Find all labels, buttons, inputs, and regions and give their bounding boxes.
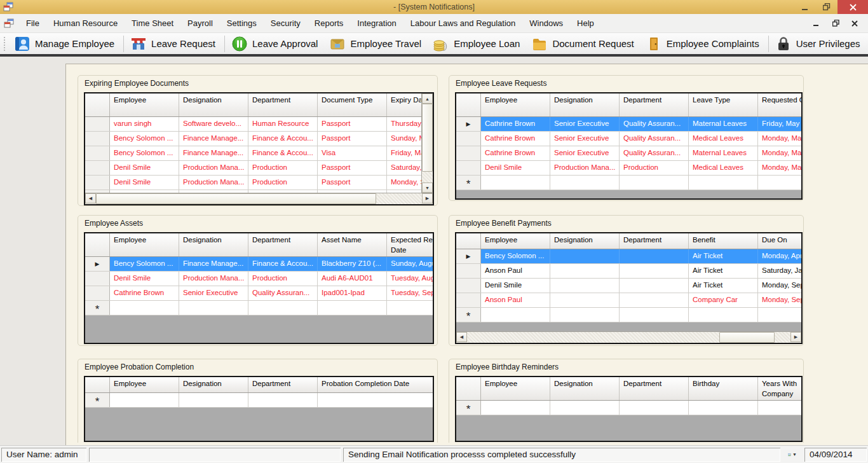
menu-item-labour-laws-and-regulation[interactable]: Labour Laws and Regulation [403, 15, 523, 31]
mdi-minimize-button[interactable] [808, 17, 825, 30]
column-header-expiry-date[interactable]: Expiry Date [387, 93, 421, 116]
grid-cell[interactable]: Denil Smile [110, 176, 179, 190]
horizontal-scroll-thumb[interactable] [719, 332, 775, 343]
grid-cell[interactable]: Passport [318, 117, 387, 131]
grid-cell[interactable] [689, 401, 758, 415]
grid-cell[interactable] [689, 308, 758, 322]
grid-cell[interactable]: Denil Smile [110, 161, 179, 175]
grid-cell[interactable]: Monday, Septe... [758, 293, 801, 307]
row-selector[interactable] [85, 132, 110, 146]
grid-cell[interactable]: Medical Leaves [689, 132, 758, 146]
mdi-restore-button[interactable] [827, 17, 844, 30]
horizontal-scroll-track[interactable] [467, 332, 790, 343]
row-selector[interactable] [456, 132, 481, 146]
toolbar-button-document-request[interactable]: Document Request [527, 34, 641, 53]
new-row[interactable]: * [456, 308, 801, 322]
grid-cell[interactable] [110, 393, 179, 407]
new-row-indicator[interactable]: * [456, 308, 481, 322]
table-row[interactable]: Denil SmileAir TicketMonday, Septe... [456, 279, 801, 293]
grid-cell[interactable]: Anson Paul [481, 293, 550, 307]
column-header-benefit[interactable]: Benefit [689, 233, 758, 249]
row-selector[interactable]: ▶ [85, 257, 110, 271]
table-row[interactable]: Cathrine BrownSenior ExecutiveQuality As… [85, 286, 433, 301]
grid-cell[interactable] [481, 401, 550, 415]
row-selector-header[interactable] [85, 93, 110, 116]
column-header-expected-return-date[interactable]: Expected Return Date [387, 233, 433, 256]
grid-cell[interactable] [387, 301, 433, 315]
column-header-probation-completion-date[interactable]: Probation Completion Date [318, 377, 433, 392]
horizontal-scroll-thumb[interactable] [96, 193, 376, 204]
grid-cell[interactable] [620, 176, 689, 190]
grid-cell[interactable]: Monday, May 5,... [758, 132, 801, 146]
grid-cell[interactable] [550, 279, 620, 293]
row-selector[interactable] [456, 161, 481, 175]
row-selector[interactable] [456, 279, 481, 293]
grid-cell[interactable]: Cathrine Brown [481, 146, 550, 160]
grid-cell[interactable]: Sunday, March ... [387, 132, 421, 146]
column-header-employee[interactable]: Employee [110, 93, 179, 116]
column-header-employee[interactable]: Employee [481, 93, 550, 116]
column-header-due-on[interactable]: Due On [758, 233, 801, 249]
row-selector[interactable] [85, 176, 110, 190]
grid-cell[interactable]: Senior Executive [550, 146, 620, 160]
grid-cell[interactable]: Quality Assuran... [620, 117, 689, 131]
grid-cell[interactable]: Thursday, Octo... [387, 117, 421, 131]
column-header-birthday[interactable]: Birthday [689, 377, 758, 400]
menu-item-reports[interactable]: Reports [308, 15, 351, 31]
vertical-scroll-thumb[interactable] [422, 104, 433, 172]
grid-cell[interactable]: Maternal Leaves [689, 146, 758, 160]
column-header-department[interactable]: Department [248, 377, 318, 392]
column-header-department[interactable]: Department [620, 377, 689, 400]
grid-cell[interactable]: Production Mana... [179, 161, 248, 175]
new-row-indicator[interactable]: * [85, 301, 110, 315]
grid-cell[interactable] [620, 249, 689, 263]
toolbar-button-leave-request[interactable]: Leave Request [126, 34, 222, 53]
table-row[interactable]: ▶Bency Solomon ...Finance Manage...Finan… [85, 257, 433, 272]
grid-cell[interactable] [620, 264, 689, 278]
column-header-department[interactable]: Department [620, 93, 689, 116]
grid-cell[interactable] [318, 301, 387, 315]
grid-cell[interactable] [179, 393, 248, 407]
menu-item-security[interactable]: Security [264, 15, 308, 31]
grid-cell[interactable] [550, 249, 620, 263]
new-row[interactable]: * [85, 301, 433, 315]
horizontal-scrollbar[interactable]: ◀▶ [85, 193, 433, 204]
grid-cell[interactable]: Quality Assuran... [248, 286, 318, 300]
grid-cell[interactable]: Human Resource [248, 117, 318, 131]
menu-item-integration[interactable]: Integration [350, 15, 403, 31]
toolbar-button-employee-travel[interactable]: Employee Travel [325, 34, 428, 53]
menu-item-time-sheet[interactable]: Time Sheet [125, 15, 180, 31]
menu-item-help[interactable]: Help [570, 15, 601, 31]
grid-cell[interactable] [481, 308, 550, 322]
grid-cell[interactable] [318, 393, 433, 407]
grid-cell[interactable]: Visa [318, 146, 387, 160]
column-header-designation[interactable]: Designation [179, 93, 248, 116]
grid-cell[interactable]: Production [620, 161, 689, 175]
column-header-department[interactable]: Department [248, 233, 318, 256]
grid-cell[interactable] [620, 308, 689, 322]
grid-cell[interactable]: Cathrine Brown [110, 286, 179, 300]
table-row[interactable]: Bency Solomon ...Finance Manage...Financ… [85, 132, 421, 146]
grid-cell[interactable] [550, 308, 620, 322]
grid-cell[interactable]: Tuesday, Augus... [387, 272, 433, 286]
toolbar-button-employee-complaints[interactable]: Employee Complaints [641, 34, 766, 53]
row-selector-header[interactable] [85, 377, 110, 392]
grid-cell[interactable]: Passport [318, 176, 387, 190]
scroll-left-button[interactable]: ◀ [456, 332, 467, 342]
vertical-scroll-track[interactable] [422, 104, 433, 183]
grid-cell[interactable]: Monday, May 26... [758, 146, 801, 160]
grid-cell[interactable]: Quality Assuran... [620, 132, 689, 146]
new-row[interactable]: * [456, 401, 801, 415]
column-header-document-type[interactable]: Document Type [318, 93, 387, 116]
grid-cell[interactable]: Finance Manage... [179, 132, 248, 146]
row-selector[interactable] [456, 264, 481, 278]
row-selector[interactable] [85, 117, 110, 131]
scroll-up-button[interactable]: ▲ [422, 93, 433, 104]
row-selector[interactable] [85, 161, 110, 175]
grid-cell[interactable]: Company Car [689, 293, 758, 307]
grid-cell[interactable]: Monday, May 26... [758, 161, 801, 175]
grid-cell[interactable] [758, 308, 801, 322]
table-row[interactable]: Cathrine BrownSenior ExecutiveQuality As… [456, 146, 801, 161]
status-image-button[interactable]: ▼ [783, 448, 802, 462]
menu-item-human-resource[interactable]: Human Resource [46, 15, 125, 31]
